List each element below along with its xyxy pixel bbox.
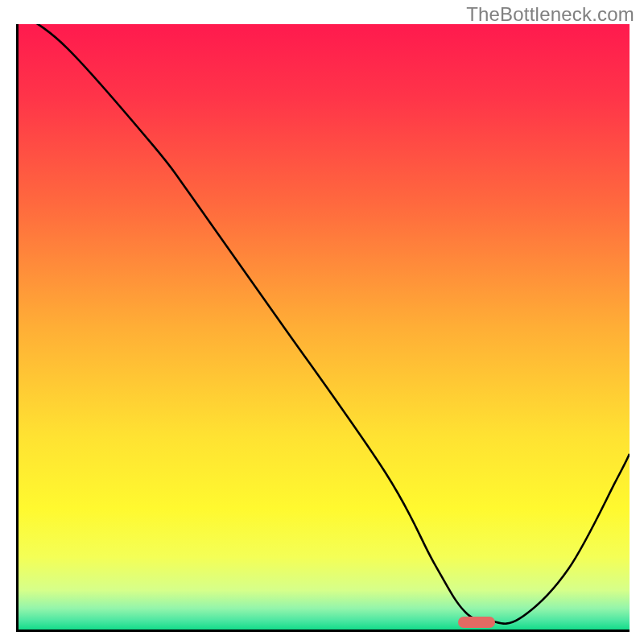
chart-container: TheBottleneck.com bbox=[0, 0, 644, 644]
watermark-text: TheBottleneck.com bbox=[466, 3, 634, 26]
plot-axes-frame bbox=[16, 24, 630, 632]
plot-area bbox=[19, 24, 630, 630]
bottleneck-curve bbox=[19, 24, 630, 630]
optimal-marker bbox=[458, 617, 495, 628]
